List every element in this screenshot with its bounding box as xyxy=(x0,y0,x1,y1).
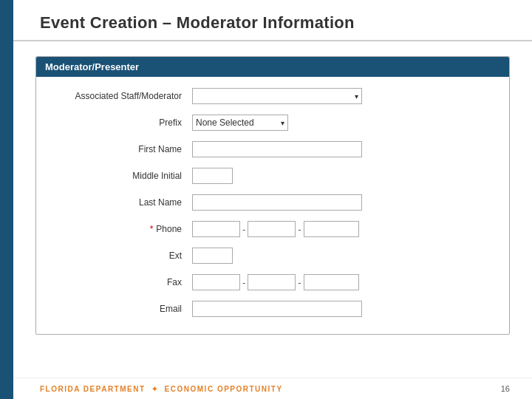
ext-label: Ext xyxy=(48,250,192,261)
email-input[interactable] xyxy=(192,301,362,317)
prefix-select-wrapper: None Selected xyxy=(192,115,288,131)
footer-logo: FLORIDA DEPARTMENT ✦ ECONOMIC OPPORTUNIT… xyxy=(40,385,283,393)
content-area: Moderator/Presenter Associated Staff/Mod… xyxy=(13,41,532,378)
first-name-input[interactable] xyxy=(192,141,362,157)
fax-middle-input[interactable] xyxy=(248,274,296,290)
email-label: Email xyxy=(48,304,192,314)
first-name-row: First Name xyxy=(48,139,497,160)
phone-end-input[interactable] xyxy=(304,221,359,237)
footer-page-number: 16 xyxy=(501,384,510,393)
associated-staff-select-wrapper xyxy=(192,88,362,104)
ext-input[interactable] xyxy=(192,248,233,264)
fax-row: Fax - - xyxy=(48,272,497,293)
phone-sep-1: - xyxy=(240,224,248,235)
fax-area-input[interactable] xyxy=(192,274,240,290)
middle-initial-label: Middle Initial xyxy=(48,171,192,181)
fax-end-input[interactable] xyxy=(304,274,359,290)
page-title: Event Creation – Moderator Information xyxy=(40,13,355,32)
prefix-label: Prefix xyxy=(48,117,192,128)
prefix-select[interactable]: None Selected xyxy=(192,115,288,131)
phone-row: *Phone - - xyxy=(48,219,497,239)
fax-sep-2: - xyxy=(296,277,303,288)
ext-row: Ext xyxy=(48,245,497,266)
accent-bar xyxy=(0,0,13,399)
phone-middle-input[interactable] xyxy=(248,221,296,237)
middle-initial-row: Middle Initial xyxy=(48,166,497,186)
page-footer: FLORIDA DEPARTMENT ✦ ECONOMIC OPPORTUNIT… xyxy=(13,378,532,399)
fax-label: Fax xyxy=(48,277,192,287)
footer-logo-separator: ✦ xyxy=(151,385,159,393)
first-name-label: First Name xyxy=(48,144,192,154)
form-card-body: Associated Staff/Moderator Prefix None S… xyxy=(36,77,509,334)
middle-initial-input[interactable] xyxy=(192,168,233,184)
email-row: Email xyxy=(48,299,497,319)
phone-group: - - xyxy=(192,221,359,237)
moderator-form-card: Moderator/Presenter Associated Staff/Mod… xyxy=(35,56,510,335)
phone-sep-2: - xyxy=(296,224,303,235)
last-name-row: Last Name xyxy=(48,192,497,213)
fax-sep-1: - xyxy=(240,277,248,288)
phone-label: *Phone xyxy=(48,224,192,234)
associated-staff-row: Associated Staff/Moderator xyxy=(48,86,497,106)
page-header: Event Creation – Moderator Information xyxy=(13,0,532,41)
prefix-row: Prefix None Selected xyxy=(48,112,497,133)
form-card-header: Moderator/Presenter xyxy=(36,57,509,77)
last-name-label: Last Name xyxy=(48,197,192,208)
associated-staff-label: Associated Staff/Moderator xyxy=(48,91,192,101)
last-name-input[interactable] xyxy=(192,194,362,211)
associated-staff-select[interactable] xyxy=(192,88,362,104)
phone-required-star: * xyxy=(150,224,154,234)
fax-group: - - xyxy=(192,274,359,290)
phone-area-input[interactable] xyxy=(192,221,240,237)
